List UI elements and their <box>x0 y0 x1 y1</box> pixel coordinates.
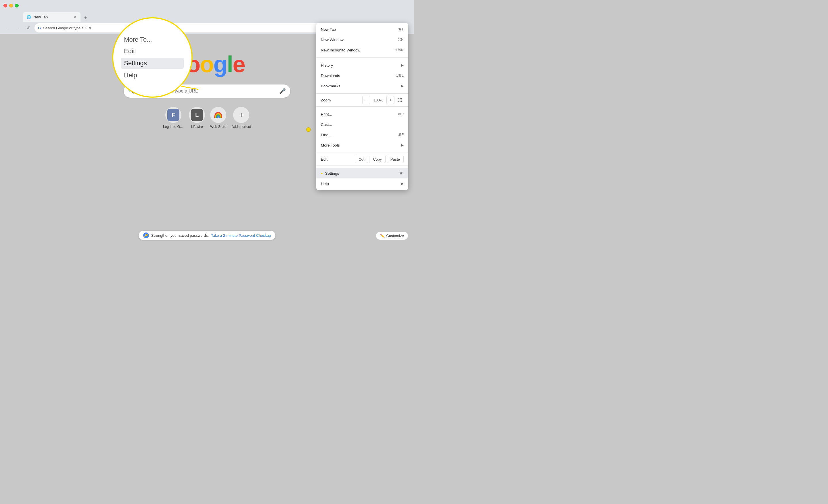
zoom-value: 100% <box>371 98 385 102</box>
shortcut-label-lifewire: Lifewire <box>191 125 203 129</box>
menu-item-new-incognito[interactable]: New Incognito Window ⇧⌘N <box>316 45 408 55</box>
menu-divider-2 <box>316 93 408 94</box>
cut-button[interactable]: Cut <box>355 156 368 163</box>
edit-row: Edit Cut Copy Paste <box>316 154 408 164</box>
mag-more-tools-text: More To... <box>121 35 184 45</box>
menu-bookmarks-arrow: ▶ <box>401 84 404 88</box>
menu-cast-label: Cast... <box>321 123 404 127</box>
active-tab[interactable]: 🌐 New Tab ✕ <box>23 12 81 22</box>
menu-divider-1 <box>316 57 408 58</box>
menu-divider-5 <box>316 166 408 166</box>
shortcut-add[interactable]: + Add shortcut <box>232 107 251 129</box>
shortcut-login[interactable]: F Log in to Gre... <box>163 107 184 129</box>
menu-history-label: History <box>321 63 400 67</box>
customize-button[interactable]: ✏️ Customize <box>376 232 408 240</box>
copy-button[interactable]: Copy <box>369 156 385 163</box>
menu-item-find[interactable]: Find... ⌘F <box>316 130 408 140</box>
menu-item-history[interactable]: History ▶ <box>316 60 408 71</box>
forward-button[interactable]: → <box>14 24 22 32</box>
menu-help-label: Help <box>321 182 400 186</box>
microphone-icon[interactable]: 🎤 <box>280 88 286 94</box>
shortcut-label-add: Add shortcut <box>232 125 251 129</box>
magnifier-circle: More To... Edit Settings Help <box>112 17 193 98</box>
close-window-button[interactable] <box>3 4 7 7</box>
mag-edit-text: Edit <box>121 46 184 56</box>
paste-button[interactable]: Paste <box>387 156 404 163</box>
shortcut-lifewire[interactable]: L Lifewire <box>189 107 205 129</box>
fullscreen-button[interactable] <box>396 96 404 104</box>
menu-settings-label: Settings <box>325 171 397 176</box>
chrome-menu: New Tab ⌘T New Window ⌘N New Incognito W… <box>316 23 408 190</box>
menu-new-window-label: New Window <box>321 38 395 42</box>
menu-item-bookmarks[interactable]: Bookmarks ▶ <box>316 81 408 91</box>
forward-icon: → <box>16 26 20 30</box>
google-favicon: G <box>38 26 41 30</box>
menu-bookmarks-label: Bookmarks <box>321 84 400 88</box>
password-icon: 🔑 <box>143 232 149 238</box>
svg-line-0 <box>181 86 198 103</box>
shortcut-webstore[interactable]: Web Store <box>210 107 226 129</box>
tab-title: New Tab <box>33 15 70 19</box>
plus-icon: + <box>233 107 249 123</box>
shortcut-icon-webstore <box>210 107 226 123</box>
tab-close-button[interactable]: ✕ <box>73 15 77 19</box>
shortcut-icon-add: + <box>233 107 249 123</box>
menu-item-print[interactable]: Print... ⌘P <box>316 109 408 119</box>
title-bar <box>0 0 414 11</box>
tab-favicon: 🌐 <box>27 15 31 19</box>
password-checkup-link[interactable]: Take a 2-minute Password Checkup <box>211 233 271 238</box>
reload-icon: ↺ <box>27 26 30 30</box>
zoom-out-button[interactable]: − <box>362 96 370 104</box>
menu-more-tools-label: More Tools <box>321 143 400 147</box>
menu-more-tools-arrow: ▶ <box>401 143 404 147</box>
new-tab-button[interactable]: + <box>82 14 90 22</box>
menu-item-more-tools[interactable]: More Tools ▶ <box>316 140 408 150</box>
menu-incognito-label: New Incognito Window <box>321 48 392 52</box>
minimize-window-button[interactable] <box>9 4 13 7</box>
menu-section-nav: History ▶ Downloads ⌥⌘L Bookmarks ▶ <box>316 59 408 92</box>
rainbow-icon <box>212 109 224 121</box>
edit-actions: Cut Copy Paste <box>354 156 404 163</box>
tab-strip: 🌐 New Tab ✕ + <box>0 11 414 22</box>
menu-divider-4 <box>316 152 408 153</box>
menu-item-new-tab[interactable]: New Tab ⌘T <box>316 24 408 35</box>
menu-section-settings: ● Settings ⌘, Help ▶ <box>316 167 408 190</box>
shortcut-label-login: Log in to Gre... <box>163 125 184 129</box>
shortcut-icon-lifewire: L <box>189 107 205 123</box>
address-input[interactable] <box>43 26 361 30</box>
zoom-controls: − 100% + <box>362 96 395 104</box>
back-button[interactable]: ← <box>3 24 11 32</box>
mag-settings-text: Settings <box>121 58 184 69</box>
logo-e: e <box>233 51 245 77</box>
menu-item-help[interactable]: Help ▶ <box>316 178 408 189</box>
shortcut-f-icon: F <box>167 109 179 121</box>
menu-new-tab-label: New Tab <box>321 27 396 32</box>
maximize-window-button[interactable] <box>15 4 19 7</box>
menu-history-arrow: ▶ <box>401 63 404 67</box>
edit-label: Edit <box>321 157 354 162</box>
zoom-in-button[interactable]: + <box>386 96 395 104</box>
menu-section-tools: Print... ⌘P Cast... Find... ⌘F More Tool… <box>316 108 408 151</box>
mag-help-text: Help <box>121 71 184 80</box>
password-text: Strengthen your saved passwords. <box>151 233 209 238</box>
bottom-bar: 🔑 Strengthen your saved passwords. Take … <box>0 228 414 242</box>
customize-label: Customize <box>386 234 404 238</box>
menu-downloads-shortcut: ⌥⌘L <box>394 74 404 78</box>
shortcut-label-webstore: Web Store <box>210 125 226 129</box>
menu-item-cast[interactable]: Cast... <box>316 119 408 130</box>
menu-settings-shortcut: ⌘, <box>399 171 404 175</box>
shortcut-l-icon: L <box>191 109 203 121</box>
logo-l: l <box>227 51 233 77</box>
menu-item-new-window[interactable]: New Window ⌘N <box>316 35 408 45</box>
back-icon: ← <box>5 26 9 30</box>
menu-downloads-label: Downloads <box>321 74 392 78</box>
magnifier-overlay: More To... Edit Settings Help <box>112 17 198 103</box>
reload-button[interactable]: ↺ <box>24 24 32 32</box>
menu-item-settings[interactable]: ● Settings ⌘, <box>316 168 408 178</box>
traffic-lights <box>3 4 19 7</box>
menu-new-tab-shortcut: ⌘T <box>398 27 404 31</box>
menu-help-arrow: ▶ <box>401 182 404 186</box>
logo-o2: o <box>200 51 213 77</box>
menu-item-downloads[interactable]: Downloads ⌥⌘L <box>316 71 408 81</box>
address-bar[interactable]: G <box>35 23 364 33</box>
